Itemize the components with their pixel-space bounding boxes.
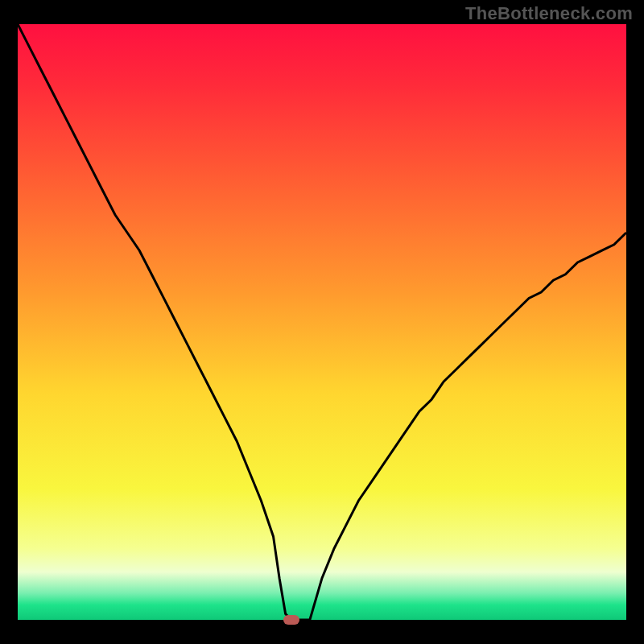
- plot-area: [18, 24, 626, 620]
- chart-svg: [18, 24, 626, 620]
- watermark-text: TheBottleneck.com: [465, 3, 633, 24]
- chart-frame: TheBottleneck.com: [0, 0, 644, 644]
- gradient-bg: [18, 24, 626, 620]
- chart-marker: [283, 615, 299, 625]
